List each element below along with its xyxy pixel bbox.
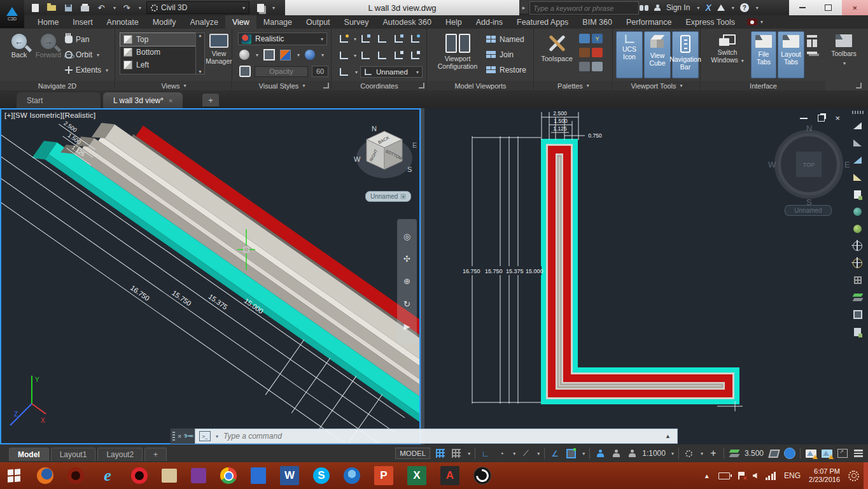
- archive-icon[interactable]: [162, 469, 177, 483]
- layout2-tab[interactable]: Layout2: [97, 448, 143, 461]
- file-tabs-toggle[interactable]: File Tabs: [751, 31, 776, 78]
- command-input[interactable]: [222, 431, 661, 441]
- network-signal-icon[interactable]: [766, 472, 776, 480]
- open-file-icon[interactable]: [46, 3, 57, 13]
- page-add-tool-icon[interactable]: [851, 188, 864, 200]
- snap-caret-icon[interactable]: ▾: [468, 451, 470, 457]
- addon-tab[interactable]: ▾: [742, 15, 768, 29]
- close-tab-icon[interactable]: ×: [169, 97, 172, 104]
- annotation-monitor-plus-icon[interactable]: +: [708, 448, 719, 459]
- powerpoint-icon[interactable]: P: [374, 466, 393, 485]
- surface-edit-tool-icon[interactable]: [851, 137, 864, 148]
- ucs-object-icon[interactable]: [407, 32, 423, 45]
- viewcube-2d-faded[interactable]: TOP N W E S: [768, 124, 850, 207]
- command-history-icon[interactable]: ▲: [665, 433, 673, 439]
- media-player-icon[interactable]: [191, 468, 206, 483]
- cascade-icon[interactable]: [807, 52, 817, 54]
- tab-modify[interactable]: Modify: [146, 15, 183, 29]
- volume-icon[interactable]: [753, 473, 757, 479]
- panel-label-navigate-2d[interactable]: Navigate 2D: [0, 81, 115, 90]
- pan-button[interactable]: Pan: [65, 35, 89, 44]
- view-item-bottom[interactable]: Bottom: [120, 46, 195, 59]
- prospector-icon[interactable]: [579, 34, 590, 43]
- view-cube-toggle[interactable]: View Cube: [644, 31, 671, 78]
- surface-tool-icon[interactable]: [851, 120, 864, 131]
- visual-style-dropdown[interactable]: Realistic ▾: [238, 32, 327, 45]
- grid-display-toggle[interactable]: [435, 448, 446, 459]
- colored-cube-icon[interactable]: [280, 50, 291, 60]
- view-manager-button[interactable]: View Manager: [206, 34, 232, 65]
- toolbar-grip[interactable]: [852, 111, 864, 114]
- navigation-bar[interactable]: ◎ ✣ ⊕ ↻ ▶: [397, 219, 417, 344]
- workspace-switching-gear-icon[interactable]: [683, 448, 695, 459]
- properties-palette-icon[interactable]: [579, 62, 590, 71]
- view-item-top[interactable]: Top: [120, 33, 195, 46]
- ucs-previous-icon[interactable]: [336, 49, 351, 62]
- scroll-up-icon[interactable]: ▲: [198, 33, 202, 38]
- tab-view[interactable]: View: [225, 15, 256, 29]
- tab-featured-apps[interactable]: Featured Apps: [510, 15, 575, 29]
- excel-icon[interactable]: X: [407, 466, 426, 485]
- box-style-icon[interactable]: [263, 49, 275, 60]
- minimize-button[interactable]: [789, 0, 815, 15]
- navigation-bar-toggle[interactable]: Navigation Bar: [672, 31, 699, 78]
- panel-label-model-viewports[interactable]: Model Viewports: [428, 81, 533, 90]
- obs-icon[interactable]: [473, 467, 491, 485]
- object-snap-toggle[interactable]: [565, 448, 577, 459]
- a360-caret-icon[interactable]: ▾: [732, 5, 734, 11]
- ortho-toggle[interactable]: ∟: [480, 448, 491, 459]
- tab-autodesk-360[interactable]: Autodesk 360: [375, 15, 438, 29]
- panel-label-views[interactable]: Views▾: [116, 81, 232, 90]
- xray-icon[interactable]: [239, 66, 251, 77]
- close-button[interactable]: ×: [842, 0, 868, 15]
- ucs-world-icon[interactable]: [336, 32, 351, 45]
- annotation-scale-icon[interactable]: [626, 448, 638, 459]
- tab-bim-360[interactable]: BIM 360: [575, 15, 619, 29]
- switch-windows-button[interactable]: Switch Windows ▾: [706, 31, 748, 65]
- workspace-dropdown[interactable]: Civil 3D ▾: [146, 1, 249, 14]
- extents-button[interactable]: Extents ▾: [65, 66, 108, 74]
- fullscreen-icon[interactable]: [837, 448, 848, 459]
- vp-minimize-icon[interactable]: [800, 118, 808, 119]
- sheet-set-icon[interactable]: [255, 3, 266, 13]
- viewport-2d[interactable]: 2.500 1.500 1.125 0.750 16.750 15.750 15…: [424, 108, 868, 444]
- ucs-view-icon[interactable]: [358, 49, 373, 62]
- opera-icon[interactable]: [131, 467, 148, 484]
- named-viewports-button[interactable]: Named: [486, 35, 524, 44]
- view-item-left[interactable]: Left: [120, 59, 195, 71]
- z-elevation-value[interactable]: 3.500: [745, 449, 764, 458]
- internet-explorer-icon[interactable]: e: [98, 466, 117, 485]
- ucs-zaxis-icon[interactable]: [391, 49, 406, 62]
- panel-label-palettes[interactable]: Palettes▾: [535, 81, 612, 90]
- new-drawing-tab-button[interactable]: +: [202, 94, 219, 106]
- snap-mode-toggle[interactable]: [451, 448, 462, 459]
- polar-tracking-toggle[interactable]: ◔: [496, 448, 507, 459]
- tab-performance[interactable]: Performance: [619, 15, 679, 29]
- ucs-z-icon[interactable]: [374, 49, 389, 62]
- start-button[interactable]: [0, 462, 28, 489]
- ucs-origin-icon[interactable]: [374, 32, 389, 45]
- scale-caret-icon[interactable]: ▾: [671, 451, 674, 457]
- survey-icon[interactable]: [579, 48, 590, 57]
- viewport-3d[interactable]: 16.750 15.750 15.375 15.000 2.500 1.500 …: [0, 108, 421, 444]
- recent-commands-caret-icon[interactable]: ▾: [216, 434, 218, 439]
- layout-tabs-toggle[interactable]: Layout Tabs: [778, 31, 804, 78]
- tab-analyze[interactable]: Analyze: [183, 15, 225, 29]
- sphere-style-icon[interactable]: [239, 50, 249, 60]
- graphics-performance-icon[interactable]: [805, 448, 816, 459]
- tab-annotate[interactable]: Annotate: [100, 15, 146, 29]
- point-tool-icon[interactable]: [851, 240, 864, 252]
- full-navigation-wheel-icon[interactable]: ◎: [403, 232, 410, 241]
- redo-icon[interactable]: ↷: [121, 3, 132, 13]
- blue-sphere-icon[interactable]: [305, 50, 315, 60]
- grid-tool-icon[interactable]: [851, 274, 864, 286]
- new-file-icon[interactable]: [29, 3, 41, 13]
- file-tab-start[interactable]: Start: [17, 92, 101, 108]
- tab-help[interactable]: Help: [438, 15, 469, 29]
- panel-label-visual-styles[interactable]: Visual Styles▾: [233, 81, 331, 90]
- globe-tool-icon[interactable]: [851, 206, 864, 217]
- customize-wrench-icon[interactable]: 🔧: [182, 430, 194, 443]
- hardware-acceleration-icon[interactable]: [784, 448, 795, 459]
- sign-in-link[interactable]: Sign In: [666, 3, 690, 12]
- command-close-icon[interactable]: ×: [178, 432, 181, 440]
